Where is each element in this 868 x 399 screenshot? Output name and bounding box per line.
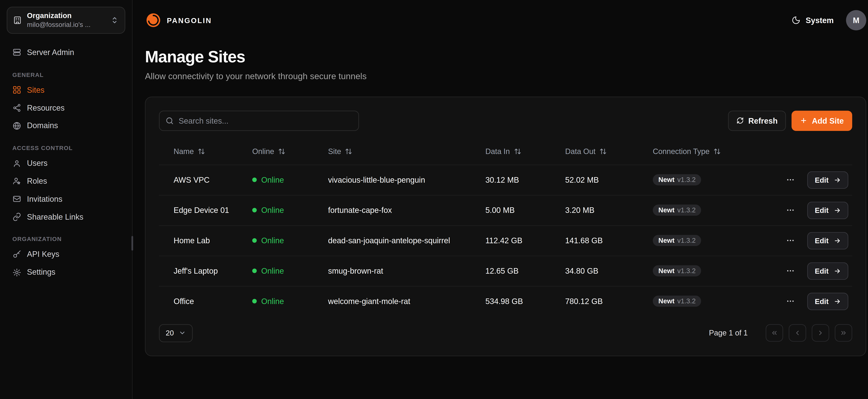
data-out-cell: 780.12 GB <box>551 297 638 306</box>
pagination: Page 1 of 1 <box>709 325 852 342</box>
sidebar-item-shareable-links[interactable]: Shareable Links <box>7 208 125 225</box>
sites-table: Name Online Site Data In <box>159 139 852 316</box>
site-name-cell: Home Lab <box>159 236 238 245</box>
connection-badge: Newtv1.3.2 <box>653 296 701 307</box>
edit-button[interactable]: Edit <box>808 202 848 219</box>
edit-label: Edit <box>815 176 829 184</box>
refresh-button[interactable]: Refresh <box>728 111 786 131</box>
arrow-right-icon <box>834 176 841 184</box>
row-actions-cell: Edit <box>739 293 852 310</box>
sidebar-item-label: Roles <box>27 176 47 186</box>
row-menu-button[interactable] <box>784 173 798 187</box>
org-detail: milo@fossorial.io's ... <box>27 21 105 29</box>
search-input[interactable] <box>159 111 359 131</box>
connection-type-cell: Newtv1.3.2 <box>638 175 739 186</box>
api-keys-icon <box>12 250 21 259</box>
sort-icon <box>278 148 285 155</box>
row-actions-cell: Edit <box>739 232 852 249</box>
domains-icon <box>12 121 21 130</box>
site-id-cell: welcome-giant-mole-rat <box>313 297 471 306</box>
site-id-cell: fortunate-cape-fox <box>313 206 471 215</box>
sidebar-item-label: Resources <box>27 103 65 113</box>
page-size-value: 20 <box>166 329 174 337</box>
sidebar-section-general: GENERAL <box>12 71 120 78</box>
data-in-cell: 12.65 GB <box>471 267 551 276</box>
invitations-icon <box>12 194 21 204</box>
connection-type-cell: Newtv1.3.2 <box>638 235 739 246</box>
brand[interactable]: PANGOLIN <box>145 12 212 29</box>
connection-type: Newt <box>658 177 675 184</box>
column-header-connection-type[interactable]: Connection Type <box>638 147 739 156</box>
sidebar-item-resources[interactable]: Resources <box>7 99 125 117</box>
edit-button[interactable]: Edit <box>808 232 848 249</box>
sidebar-item-label: Users <box>27 158 48 168</box>
status-dot <box>252 299 257 304</box>
sidebar-item-api-keys[interactable]: API Keys <box>7 246 125 263</box>
org-name: Organization <box>27 11 105 21</box>
add-site-label: Add Site <box>812 116 844 125</box>
status-label: Online <box>261 176 284 185</box>
sidebar-item-domains[interactable]: Domains <box>7 117 125 134</box>
status-label: Online <box>261 297 284 306</box>
connection-type: Newt <box>658 237 675 244</box>
sidebar-item-settings[interactable]: Settings <box>7 264 125 281</box>
add-site-button[interactable]: Add Site <box>792 111 852 131</box>
table-row: Jeff's Laptop Online smug-brown-rat 12.6… <box>159 256 852 286</box>
connection-version: v1.3.2 <box>677 298 696 305</box>
connection-type-cell: Newtv1.3.2 <box>638 296 739 307</box>
refresh-icon <box>737 117 744 124</box>
edit-button[interactable]: Edit <box>808 263 848 280</box>
sidebar-item-roles[interactable]: Roles <box>7 173 125 190</box>
topbar-actions: System M <box>792 10 866 30</box>
chevron-down-icon <box>179 330 186 337</box>
data-out-cell: 34.80 GB <box>551 267 638 276</box>
theme-toggle[interactable]: System <box>792 16 834 25</box>
organization-icon <box>13 16 22 25</box>
page-info: Page 1 of 1 <box>709 329 748 337</box>
edit-button[interactable]: Edit <box>808 172 848 189</box>
next-page-button[interactable] <box>812 325 829 342</box>
row-actions-cell: Edit <box>739 172 852 189</box>
sidebar-scrollbar[interactable] <box>131 236 133 250</box>
data-in-cell: 112.42 GB <box>471 236 551 245</box>
row-actions-cell: Edit <box>739 202 852 219</box>
card-footer: 20 Page 1 of 1 <box>159 324 852 342</box>
sidebar-item-sites[interactable]: Sites <box>7 82 125 99</box>
sidebar-section-organization: ORGANIZATION <box>12 236 120 242</box>
column-header-site[interactable]: Site <box>313 147 471 156</box>
sidebar: Organization milo@fossorial.io's ... Ser… <box>0 0 133 399</box>
sidebar-item-label: Server Admin <box>27 48 74 57</box>
sidebar-item-server-admin[interactable]: Server Admin <box>7 44 125 61</box>
online-status-cell: Online <box>238 297 313 306</box>
column-label: Data In <box>485 147 510 156</box>
column-header-name[interactable]: Name <box>159 147 238 156</box>
row-menu-button[interactable] <box>784 295 798 308</box>
column-label: Data Out <box>565 147 595 156</box>
last-page-button[interactable] <box>835 325 852 342</box>
page-size-select[interactable]: 20 <box>159 324 193 342</box>
edit-label: Edit <box>815 237 829 245</box>
table-row: Office Online welcome-giant-mole-rat 534… <box>159 286 852 316</box>
column-header-data-out[interactable]: Data Out <box>551 147 638 156</box>
column-header-online[interactable]: Online <box>238 147 313 156</box>
sidebar-item-label: Sites <box>27 85 44 95</box>
sidebar-item-invitations[interactable]: Invitations <box>7 190 125 208</box>
previous-page-button[interactable] <box>789 325 806 342</box>
site-name-cell: Edge Device 01 <box>159 206 238 215</box>
row-menu-button[interactable] <box>784 264 798 278</box>
sidebar-item-users[interactable]: Users <box>7 155 125 172</box>
avatar[interactable]: M <box>846 10 866 30</box>
users-icon <box>12 159 21 168</box>
row-menu-button[interactable] <box>784 234 798 248</box>
connection-type-cell: Newtv1.3.2 <box>638 205 739 216</box>
column-header-data-in[interactable]: Data In <box>471 147 551 156</box>
refresh-label: Refresh <box>748 116 778 125</box>
edit-button[interactable]: Edit <box>808 293 848 310</box>
org-picker[interactable]: Organization milo@fossorial.io's ... <box>7 7 125 34</box>
row-menu-button[interactable] <box>784 204 798 217</box>
plus-icon <box>800 117 807 124</box>
first-page-button[interactable] <box>766 325 783 342</box>
site-name-cell: AWS VPC <box>159 176 238 185</box>
status-dot <box>252 238 257 243</box>
sidebar-item-label: API Keys <box>27 250 59 259</box>
